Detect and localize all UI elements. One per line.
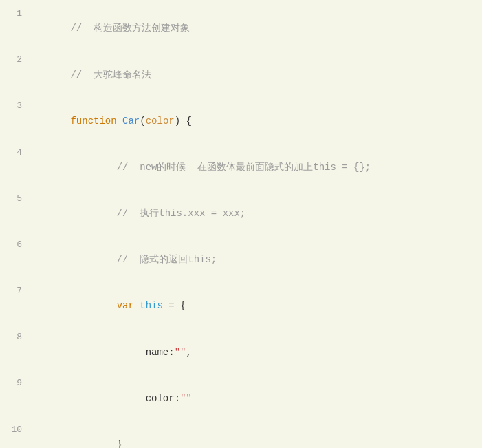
line-content-2: // 大驼峰命名法 — [33, 52, 482, 98]
line-number-6: 6 — [0, 238, 33, 253]
line-10: 10 } — [0, 422, 482, 448]
line-5: 5 // 执行this.xxx = xxx; — [0, 191, 482, 237]
line-number-8: 8 — [0, 330, 33, 345]
line-2: 2 // 大驼峰命名法 — [0, 52, 482, 98]
line-content-6: // 隐式的返回this; — [33, 237, 482, 283]
line-number-9: 9 — [0, 376, 33, 391]
line-content-9: color:"" — [33, 375, 482, 421]
line-content-3: function Car(color) { — [33, 98, 482, 144]
line-content-4: // new的时候 在函数体最前面隐式的加上this = {}; — [33, 145, 482, 191]
line-content-8: name:"", — [33, 329, 482, 375]
line-content-7: var this = { — [33, 283, 482, 329]
line-content-1: // 构造函数方法创建对象 — [33, 6, 482, 52]
line-7: 7 var this = { — [0, 283, 482, 329]
line-9: 9 color:"" — [0, 375, 482, 421]
line-3: 3 function Car(color) { — [0, 98, 482, 144]
line-8: 8 name:"", — [0, 329, 482, 375]
line-number-2: 2 — [0, 53, 33, 67]
line-content-10: } — [33, 422, 482, 448]
code-editor: 1 // 构造函数方法创建对象 2 // 大驼峰命名法 3 function C… — [0, 0, 482, 448]
line-number-4: 4 — [0, 146, 33, 160]
line-6: 6 // 隐式的返回this; — [0, 237, 482, 283]
line-number-10: 10 — [0, 423, 33, 438]
line-4: 4 // new的时候 在函数体最前面隐式的加上this = {}; — [0, 145, 482, 191]
line-number-1: 1 — [0, 7, 33, 21]
line-number-3: 3 — [0, 99, 33, 114]
line-number-7: 7 — [0, 284, 33, 299]
line-number-5: 5 — [0, 192, 33, 206]
line-1: 1 // 构造函数方法创建对象 — [0, 6, 482, 52]
line-content-5: // 执行this.xxx = xxx; — [33, 191, 482, 237]
